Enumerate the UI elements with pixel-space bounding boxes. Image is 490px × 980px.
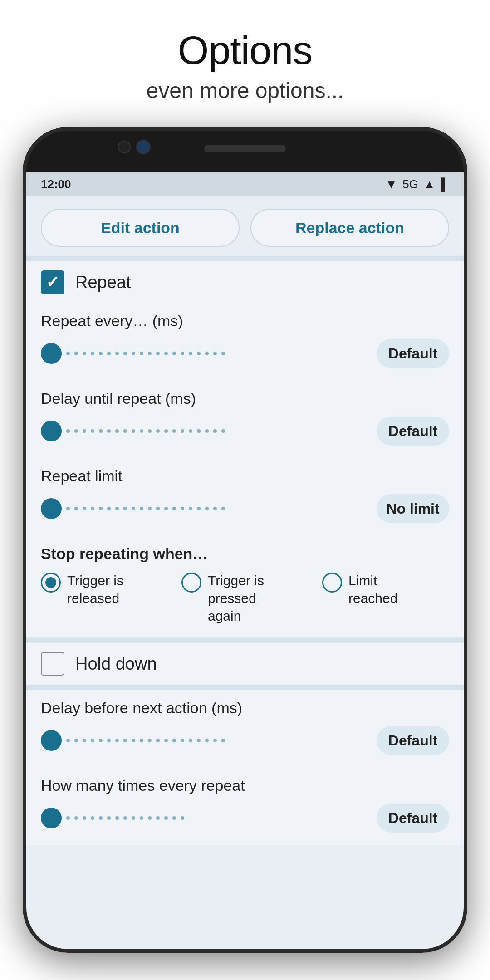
dot [140,739,143,742]
dot [156,739,160,742]
radio-circle-released [41,573,61,593]
how-many-times-section: How many times every repeat [23,768,467,845]
stop-repeating-section: Stop repeating when… Trigger isreleased … [23,536,467,637]
dot [83,816,86,820]
dot [123,816,127,820]
radio-option-limit-reached[interactable]: Limitreached [322,572,449,607]
edit-action-button[interactable]: Edit action [41,209,240,247]
repeat-every-value[interactable]: Default [377,339,449,368]
dot [123,507,127,510]
how-many-times-slider[interactable] [41,808,368,828]
delay-until-repeat-value[interactable]: Default [377,416,449,446]
dot [205,507,209,510]
dot [132,352,135,355]
dot [74,352,78,355]
replace-action-button[interactable]: Replace action [250,209,449,247]
delay-next-action-slider[interactable] [41,730,368,751]
radio-label-limit-reached: Limitreached [348,572,397,607]
dot [115,816,119,820]
slider-dots-4 [62,739,368,742]
repeat-every-slider[interactable] [41,343,368,364]
dot [123,739,127,742]
dot [91,816,94,820]
speaker [204,145,286,152]
dot [189,429,192,433]
dot [181,507,184,510]
delay-next-action-slider-row: Default [41,726,449,755]
radio-circle-limit-reached [322,573,342,593]
dot [115,739,119,742]
checkmark-icon: ✓ [46,274,59,290]
dot [148,429,152,433]
repeat-limit-label: Repeat limit [41,467,449,485]
radio-option-pressed-again[interactable]: Trigger is pressedagain [181,572,309,625]
phone-screen: Edit action Replace action ✓ Repeat Repe… [23,196,467,953]
radio-option-released[interactable]: Trigger isreleased [41,572,168,607]
dot [197,352,201,355]
repeat-label: Repeat [75,273,131,292]
dot [132,739,135,742]
camera-left [118,141,131,153]
dot [205,739,209,742]
hold-down-checkbox-row: Hold down [23,643,467,685]
dot [107,429,111,433]
dot [107,816,111,820]
dot [181,816,184,820]
dot [66,429,70,433]
hold-down-label: Hold down [75,654,157,674]
radio-label-released: Trigger isreleased [67,572,123,607]
delay-next-action-value[interactable]: Default [377,726,449,755]
slider-thumb-2 [41,421,62,441]
dot [91,739,94,742]
dot [213,429,217,433]
slider-dots-2 [62,429,368,433]
how-many-times-value[interactable]: Default [377,804,449,833]
status-bar: 12:00 ▼ 5G ▲ ▌ [23,172,467,196]
dot [99,816,103,820]
dot [83,739,86,742]
dot [213,352,217,355]
slider-dots-3 [62,507,368,510]
phone-frame: 12:00 ▼ 5G ▲ ▌ Edit action Replace actio… [23,127,467,953]
how-many-times-slider-row: Default [41,804,449,833]
page-subtitle: even more options... [0,78,490,103]
dot [181,352,184,355]
dot [140,507,143,510]
battery-icon: ▌ [441,177,449,191]
dot [83,507,86,510]
dot [197,739,201,742]
delay-next-action-section: Delay before next action (ms) [23,690,467,768]
repeat-checkbox[interactable]: ✓ [41,270,64,294]
dot [91,507,94,510]
power-button-2 [466,408,467,445]
dot [172,507,176,510]
dot [148,816,152,820]
dot [107,739,111,742]
dot [132,507,135,510]
dot [156,816,160,820]
phone-top-bezel [23,127,467,172]
dot [115,429,119,433]
repeat-limit-slider-row: No limit [41,494,449,523]
dot [221,352,225,355]
camera-right [136,140,151,154]
dot [197,429,201,433]
repeat-limit-value[interactable]: No limit [377,494,449,523]
slider-dots-5 [62,816,368,820]
radio-circle-pressed-again [181,573,201,593]
dot [99,507,103,510]
dot [74,429,78,433]
stop-repeating-title: Stop repeating when… [41,545,449,563]
delay-until-repeat-slider[interactable] [41,421,368,441]
repeat-every-slider-row: Default [41,339,449,368]
volume-button [23,354,24,408]
dot [172,429,176,433]
repeat-limit-slider[interactable] [41,498,368,519]
dot [164,507,168,510]
hold-down-checkbox[interactable] [41,652,64,676]
dot [66,507,70,510]
dot [66,739,70,742]
dot [164,739,168,742]
dot [74,816,78,820]
repeat-every-label: Repeat every… (ms) [41,312,449,330]
